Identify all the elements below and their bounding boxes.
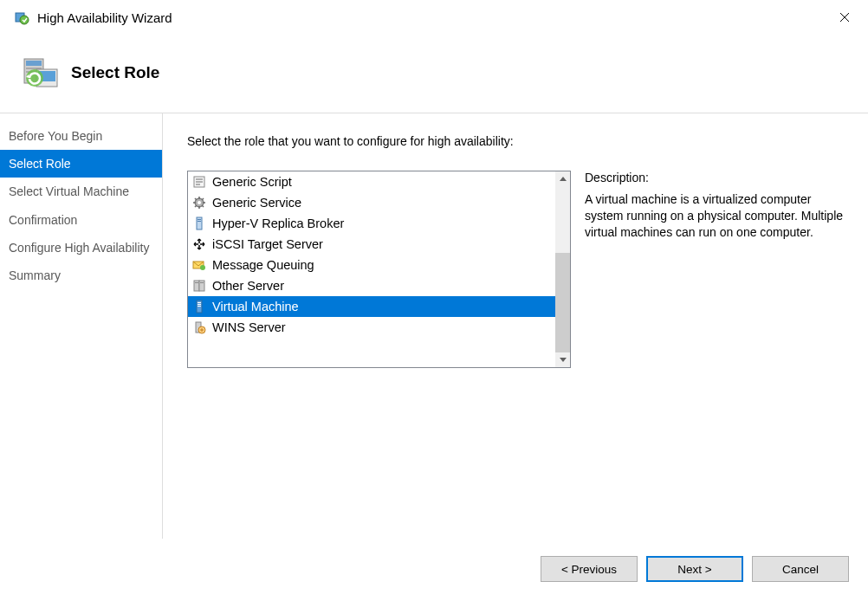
sidebar-item-before-you-begin[interactable]: Before You Begin	[0, 122, 162, 150]
listbox-items: Generic Script Generic Service Hyper-V R…	[188, 171, 555, 367]
role-hyperv-replica-broker[interactable]: Hyper-V Replica Broker	[188, 213, 555, 234]
message-icon	[191, 257, 207, 273]
wins-icon	[191, 320, 207, 335]
list-item-label: iSCSI Target Server	[212, 237, 323, 251]
svg-rect-3	[26, 61, 42, 66]
role-wins-server[interactable]: WINS Server	[188, 317, 555, 338]
svg-rect-13	[198, 219, 201, 220]
previous-button[interactable]: < Previous	[541, 556, 638, 582]
scrollbar-track[interactable]	[555, 186, 570, 352]
content-row: Generic Script Generic Service Hyper-V R…	[187, 171, 852, 368]
cancel-button[interactable]: Cancel	[752, 556, 849, 582]
main-panel: Select the role that you want to configu…	[163, 113, 868, 539]
script-icon	[191, 174, 207, 190]
next-button[interactable]: Next >	[646, 556, 743, 582]
wizard-footer: < Previous Next > Cancel	[0, 539, 868, 599]
svg-point-16	[200, 265, 205, 270]
wizard-header: Select Role	[0, 35, 868, 113]
list-item-label: Other Server	[212, 279, 284, 293]
list-item-label: Generic Script	[212, 175, 292, 189]
gear-icon	[191, 195, 207, 210]
role-virtual-machine[interactable]: Virtual Machine	[188, 296, 555, 317]
role-message-queuing[interactable]: Message Queuing	[188, 255, 555, 275]
scroll-up-button[interactable]	[555, 171, 570, 186]
description-text: A virtual machine is a virtualized compu…	[585, 191, 852, 241]
server-icon	[191, 216, 207, 231]
titlebar: High Availability Wizard	[0, 0, 868, 35]
instruction-text: Select the role that you want to configu…	[187, 134, 852, 148]
list-item-label: Generic Service	[212, 196, 301, 210]
svg-rect-20	[200, 282, 204, 283]
scroll-down-button[interactable]	[555, 352, 570, 367]
sidebar: Before You Begin Select Role Select Virt…	[0, 113, 163, 539]
svg-rect-14	[198, 221, 201, 222]
svg-rect-24	[198, 306, 201, 307]
wizard-body: Before You Begin Select Role Select Virt…	[0, 113, 868, 539]
role-other-server[interactable]: Other Server	[188, 275, 555, 296]
sidebar-item-select-vm[interactable]: Select Virtual Machine	[0, 178, 162, 205]
window-title: High Availability Wizard	[37, 10, 172, 25]
list-item-label: Hyper-V Replica Broker	[212, 216, 344, 230]
svg-rect-18	[199, 281, 204, 291]
svg-rect-17	[194, 281, 199, 291]
sidebar-item-summary[interactable]: Summary	[0, 262, 162, 289]
role-generic-script[interactable]: Generic Script	[188, 171, 555, 192]
scrollbar-thumb[interactable]	[555, 253, 570, 352]
description-label: Description:	[585, 171, 852, 184]
description-panel: Description: A virtual machine is a virt…	[585, 171, 852, 368]
svg-point-11	[198, 201, 201, 204]
svg-point-1	[20, 16, 29, 24]
svg-rect-23	[198, 304, 201, 305]
list-item-label: Message Queuing	[212, 258, 314, 272]
role-generic-service[interactable]: Generic Service	[188, 192, 555, 213]
server-stack-icon	[191, 278, 207, 294]
svg-rect-22	[198, 302, 201, 303]
vm-icon	[191, 299, 207, 314]
wizard-icon	[13, 9, 30, 26]
roles-listbox[interactable]: Generic Script Generic Service Hyper-V R…	[187, 171, 571, 368]
iscsi-icon	[191, 236, 207, 252]
sidebar-item-confirmation[interactable]: Confirmation	[0, 206, 162, 234]
listbox-scrollbar[interactable]	[555, 171, 570, 367]
role-iscsi-target-server[interactable]: iSCSI Target Server	[188, 234, 555, 255]
list-item-label: Virtual Machine	[212, 300, 299, 313]
sidebar-item-configure-ha[interactable]: Configure High Availability	[0, 234, 162, 262]
svg-rect-19	[195, 282, 198, 283]
close-button[interactable]	[832, 7, 858, 28]
sidebar-item-select-role[interactable]: Select Role	[0, 150, 162, 178]
page-title: Select Role	[71, 63, 159, 82]
header-icon	[19, 52, 61, 94]
list-item-label: WINS Server	[212, 320, 286, 334]
